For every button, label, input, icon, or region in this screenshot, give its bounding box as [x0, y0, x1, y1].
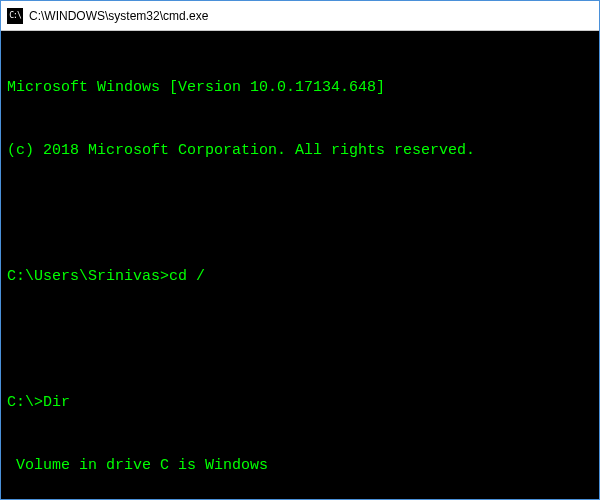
blank-line	[7, 203, 593, 224]
prompt-command: Dir	[43, 394, 70, 411]
title-bar[interactable]: C:\ C:\WINDOWS\system32\cmd.exe	[1, 1, 599, 31]
banner-line: (c) 2018 Microsoft Corporation. All righ…	[7, 140, 593, 161]
window-title: C:\WINDOWS\system32\cmd.exe	[29, 9, 208, 23]
blank-line	[7, 329, 593, 350]
prompt-line: C:\Users\Srinivas>cd /	[7, 266, 593, 287]
volume-line: Volume in drive C is Windows	[7, 455, 593, 476]
cmd-window: C:\ C:\WINDOWS\system32\cmd.exe Microsof…	[0, 0, 600, 500]
terminal-area[interactable]: Microsoft Windows [Version 10.0.17134.64…	[1, 31, 599, 499]
prompt-path: C:\>	[7, 394, 43, 411]
prompt-path: C:\Users\Srinivas>	[7, 268, 169, 285]
banner-line: Microsoft Windows [Version 10.0.17134.64…	[7, 77, 593, 98]
prompt-line: C:\>Dir	[7, 392, 593, 413]
prompt-command: cd /	[169, 268, 205, 285]
cmd-icon: C:\	[7, 8, 23, 24]
